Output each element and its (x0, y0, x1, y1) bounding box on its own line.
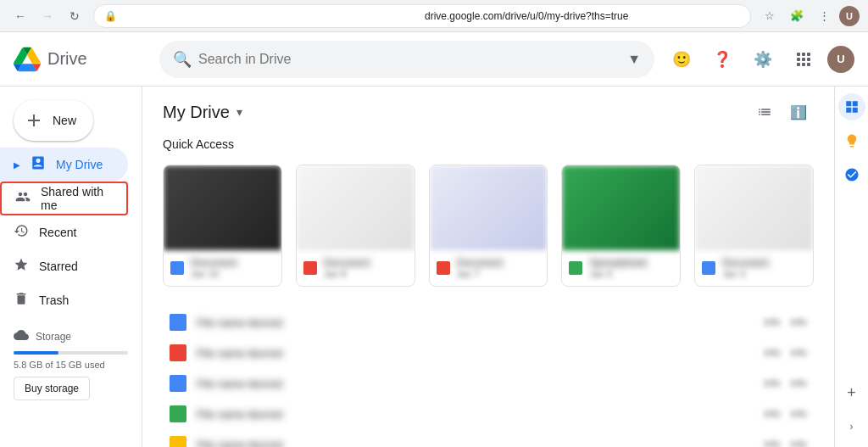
file-card-5[interactable]: Document Jan 3 (694, 165, 814, 287)
sidebar-item-label-recent: Recent (39, 226, 76, 239)
info-button[interactable]: ℹ️ (783, 97, 814, 127)
file-type-icon-2 (303, 261, 317, 275)
file-type-icon-3 (437, 261, 450, 275)
file-date-4: Jan 5 (589, 269, 647, 279)
list-row-4[interactable]: File name blurred info info (163, 399, 814, 429)
starred-icon (14, 257, 29, 276)
storage-icon (14, 327, 29, 346)
svg-rect-1 (852, 101, 857, 106)
address-bar[interactable]: 🔒 drive.google.com/drive/u/0/my-drive?th… (93, 4, 751, 28)
file-name-5: Document (722, 257, 769, 269)
forward-button[interactable]: → (36, 4, 59, 28)
sidebar-item-label-my-drive: My Drive (56, 158, 103, 171)
apps-button[interactable] (787, 42, 821, 76)
search-icon: 🔍 (173, 50, 192, 69)
search-dropdown-icon[interactable]: ▼ (627, 52, 641, 67)
trash-icon (14, 291, 29, 310)
file-card-3[interactable]: Document Jan 7 (429, 165, 548, 287)
file-date-3: Jan 7 (457, 269, 504, 279)
search-input[interactable] (198, 52, 620, 67)
help-button[interactable]: ❓ (705, 42, 739, 76)
list-icon-3 (170, 375, 186, 392)
storage-label: Storage (14, 327, 128, 346)
file-thumbnail-2 (297, 165, 415, 250)
file-card-1[interactable]: Document Jan 10 (163, 165, 282, 287)
shared-icon (15, 189, 31, 208)
top-header: Drive 🔍 ▼ 🙂 ❓ ⚙️ U (0, 32, 868, 87)
content-header: My Drive ▾ ℹ️ (142, 87, 834, 131)
content-actions: ℹ️ (749, 97, 814, 127)
list-row-1[interactable]: File name blurred info info (163, 307, 814, 338)
sidebar-item-shared[interactable]: Shared with me (0, 182, 128, 215)
file-type-icon-5 (702, 261, 715, 275)
file-thumbnail-5 (695, 165, 813, 250)
right-panel: + › (834, 87, 868, 447)
list-view-button[interactable] (749, 97, 780, 127)
list-info-3b: info (791, 377, 807, 389)
svg-rect-0 (846, 101, 851, 106)
main-layout: New ▶ My Drive Shared with me (0, 87, 868, 447)
list-row-2[interactable]: File name blurred info info (163, 338, 814, 368)
list-info-2: info (764, 347, 780, 359)
list-info-4b: info (791, 408, 807, 420)
list-info-3: info (764, 377, 780, 389)
file-info-1: Document Jan 10 (164, 250, 281, 286)
file-date-2: Jan 8 (324, 269, 370, 279)
list-icon-4 (170, 405, 186, 422)
browser-chrome: ← → ↻ 🔒 drive.google.com/drive/u/0/my-dr… (0, 0, 868, 32)
file-grid: Document Jan 10 Document Jan 8 (142, 158, 834, 300)
settings-button[interactable]: ⚙️ (746, 42, 780, 76)
new-button-label: New (53, 114, 76, 127)
file-thumbnail-1 (164, 165, 281, 250)
sidebar-item-my-drive[interactable]: ▶ My Drive (0, 148, 128, 182)
list-name-1: File name blurred (197, 316, 754, 329)
file-thumbnail-3 (430, 165, 548, 250)
file-date-1: Jan 10 (191, 269, 237, 279)
file-type-icon-4 (569, 261, 582, 275)
browser-menu-button[interactable]: ⋮ (812, 4, 836, 28)
storage-text: 5.8 GB of 15 GB used (14, 360, 128, 370)
list-name-4: File name blurred (197, 408, 754, 421)
right-panel-add-button[interactable]: + (838, 379, 865, 406)
list-info-5: info (764, 439, 780, 447)
file-card-2[interactable]: Document Jan 8 (296, 165, 415, 287)
nav-buttons: ← → ↻ (8, 4, 86, 28)
file-name-1: Document (191, 257, 237, 269)
sidebar-item-starred[interactable]: Starred (0, 249, 128, 283)
list-info-1: info (764, 316, 780, 328)
right-panel-tasks-button[interactable] (838, 161, 865, 188)
list-section: File name blurred info info File name bl… (142, 300, 834, 447)
file-date-5: Jan 3 (722, 269, 769, 279)
list-row-3[interactable]: File name blurred info info (163, 368, 814, 399)
bookmark-button[interactable]: ☆ (758, 4, 782, 28)
back-button[interactable]: ← (8, 4, 32, 28)
list-row-5[interactable]: File name blurred info info (163, 429, 814, 447)
sidebar-item-recent[interactable]: Recent (0, 215, 128, 249)
right-panel-expand-button[interactable]: › (838, 413, 865, 440)
right-panel-keep-button[interactable] (838, 127, 865, 154)
file-name-3: Document (457, 257, 504, 269)
sidebar-item-trash[interactable]: Trash (0, 283, 128, 317)
drive-logo-icon (14, 46, 41, 73)
my-drive-expand-icon: ▶ (14, 160, 20, 170)
new-button[interactable]: New (14, 100, 93, 141)
svg-rect-2 (846, 108, 851, 113)
file-type-icon-1 (170, 261, 184, 275)
page-title: My Drive (163, 103, 230, 122)
grid-icon (797, 53, 810, 66)
reload-button[interactable]: ↻ (63, 4, 86, 28)
file-card-4[interactable]: Spreadsheet Jan 5 (561, 165, 681, 287)
recent-icon (14, 223, 29, 242)
logo-text: Drive (47, 49, 87, 69)
emoji-button[interactable]: 🙂 (665, 42, 698, 76)
right-panel-drive-button[interactable] (838, 93, 865, 120)
list-name-3: File name blurred (197, 377, 754, 390)
browser-profile[interactable]: U (839, 6, 860, 26)
extensions-button[interactable]: 🧩 (785, 4, 809, 28)
buy-storage-button[interactable]: Buy storage (14, 377, 90, 400)
user-avatar[interactable]: U (827, 46, 854, 73)
quick-access-label: Quick Access (142, 131, 834, 158)
title-dropdown-icon[interactable]: ▾ (236, 105, 242, 119)
search-bar[interactable]: 🔍 ▼ (159, 41, 654, 78)
list-name-2: File name blurred (197, 347, 754, 360)
